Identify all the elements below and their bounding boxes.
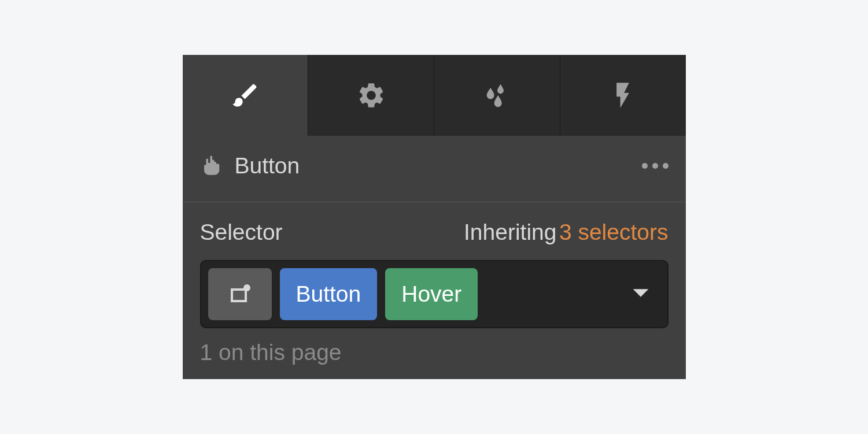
class-chip[interactable]: Button	[280, 268, 378, 320]
inheriting-group: Inheriting 3 selectors	[464, 220, 668, 245]
selector-title: Selector	[200, 220, 283, 245]
element-type-label: Button	[235, 153, 642, 179]
selector-header: Selector Inheriting 3 selectors	[200, 220, 668, 245]
element-header: Button	[183, 136, 686, 202]
inheriting-label: Inheriting	[464, 220, 556, 244]
target-rect-icon	[226, 280, 254, 308]
bolt-icon	[608, 80, 638, 110]
style-panel: Button Selector Inheriting 3 selectors B…	[183, 55, 686, 379]
brush-icon	[230, 80, 260, 110]
inheriting-count-link[interactable]: 3 selectors	[559, 220, 668, 244]
gear-icon	[356, 80, 386, 110]
droplets-icon	[482, 80, 512, 110]
tab-interactions[interactable]	[560, 55, 686, 136]
tab-style[interactable]	[183, 55, 309, 136]
state-chip[interactable]: Hover	[385, 268, 478, 320]
selector-section: Selector Inheriting 3 selectors Button H…	[183, 202, 686, 379]
selector-page-count: 1 on this page	[200, 340, 668, 365]
selector-target-button[interactable]	[208, 268, 272, 320]
selector-input[interactable]: Button Hover	[200, 260, 668, 328]
selector-states-dropdown[interactable]	[631, 287, 650, 301]
chevron-down-icon	[631, 287, 650, 299]
pointer-icon	[200, 154, 224, 178]
tab-effects[interactable]	[434, 55, 560, 136]
svg-point-0	[243, 284, 250, 291]
panel-tabs	[183, 55, 686, 136]
more-menu-button[interactable]	[642, 163, 668, 169]
tab-settings[interactable]	[308, 55, 434, 136]
